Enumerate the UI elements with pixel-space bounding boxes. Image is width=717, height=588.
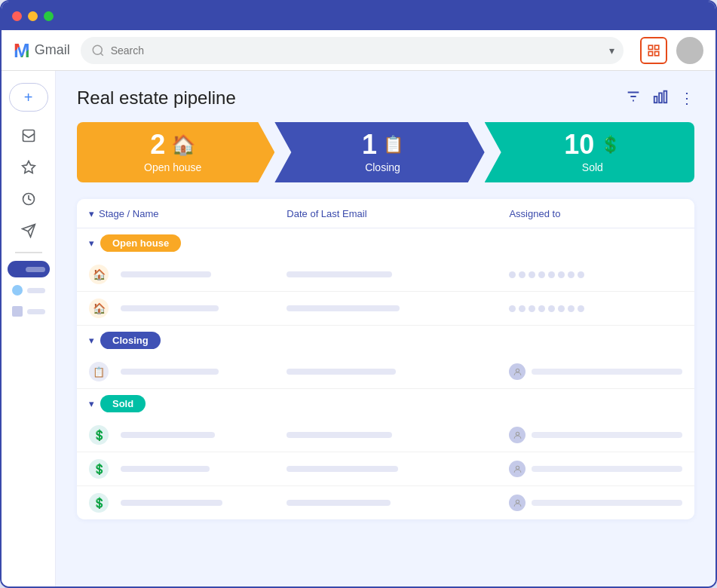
main-layout: + xyxy=(2,71,715,586)
row-stage-cell: 💲 xyxy=(89,459,286,479)
gmail-label: Gmail xyxy=(35,42,70,58)
table-row: 🏠 xyxy=(77,258,694,292)
stage-closing-count: 1 📋 xyxy=(362,131,403,158)
close-dot[interactable] xyxy=(12,11,22,21)
avatar-dot xyxy=(578,305,584,312)
sidebar-item-sent[interactable] xyxy=(13,217,44,244)
avatar-dot xyxy=(529,305,535,312)
table-header: ▾ Stage / Name Date of Last Email Assign… xyxy=(77,199,694,228)
table-row: 💲 xyxy=(77,486,694,519)
filter-icon[interactable] xyxy=(625,88,642,109)
row-email-placeholder xyxy=(286,432,392,438)
sidebar-item-3[interactable] xyxy=(8,303,50,320)
dollar-row-icon: 💲 xyxy=(89,493,109,513)
svg-rect-5 xyxy=(655,51,659,55)
row-email-cell xyxy=(286,369,509,375)
row-assigned-cell xyxy=(509,271,682,278)
svg-rect-3 xyxy=(655,45,659,49)
sidebar-item-label xyxy=(26,267,44,272)
col-email-name: Date of Last Email xyxy=(286,207,509,220)
avatar-dot xyxy=(538,305,545,312)
col-stage-name: ▾ Stage / Name xyxy=(89,208,286,219)
stage-sold-label: Sold xyxy=(582,161,603,173)
avatar-dot xyxy=(548,305,555,312)
compose-button[interactable]: + xyxy=(9,83,48,112)
square-icon xyxy=(12,306,23,317)
row-stage-cell: 💲 xyxy=(89,493,286,513)
header-actions: ⋮ xyxy=(625,88,694,109)
stage-sold[interactable]: 10 💲 Sold xyxy=(485,122,694,182)
avatar-dots xyxy=(509,305,682,312)
sidebar-item-starred[interactable] xyxy=(13,154,44,181)
group-chevron-closing[interactable]: ▾ xyxy=(89,335,94,346)
row-stage-cell: 📋 xyxy=(89,362,286,381)
grid-icon xyxy=(647,44,660,57)
stage-sold-count: 10 💲 xyxy=(564,131,620,158)
minimize-dot[interactable] xyxy=(28,11,38,21)
avatar-dot xyxy=(509,305,516,312)
stage-closing-label: Closing xyxy=(365,161,400,173)
row-name-placeholder xyxy=(121,271,211,277)
sidebar-item-inbox[interactable] xyxy=(13,122,44,149)
group-chevron-open-house[interactable]: ▾ xyxy=(89,237,94,249)
browser-window: M Gmail ▾ + xyxy=(0,0,717,588)
table-row: 💲 xyxy=(77,418,694,452)
svg-rect-15 xyxy=(659,93,662,103)
avatar-dot xyxy=(578,271,584,278)
pipeline-stages: 2 🏠 Open house 1 📋 Closing 10 💲 xyxy=(77,122,694,182)
sidebar-item-snoozed[interactable] xyxy=(13,185,44,213)
assigned-name-placeholder xyxy=(532,466,682,472)
sidebar-item-label-3 xyxy=(27,309,45,314)
group-badge-closing[interactable]: Closing xyxy=(100,332,161,349)
avatar-dot xyxy=(548,271,555,278)
svg-rect-14 xyxy=(654,96,657,103)
row-assigned-cell xyxy=(509,305,682,312)
sort-arrow-icon[interactable]: ▾ xyxy=(89,208,94,219)
search-bar[interactable]: ▾ xyxy=(81,37,624,64)
sidebar-item-active[interactable] xyxy=(8,261,50,277)
chevron-down-icon[interactable]: ▾ xyxy=(609,44,614,57)
sidebar-item-2[interactable] xyxy=(8,282,50,299)
chrome-bar: M Gmail ▾ xyxy=(2,30,715,71)
row-assigned-cell xyxy=(509,461,682,477)
row-assigned-cell xyxy=(509,495,682,511)
maximize-dot[interactable] xyxy=(44,11,54,21)
group-badge-open-house[interactable]: Open house xyxy=(100,234,181,252)
stage-closing[interactable]: 1 📋 Closing xyxy=(274,122,484,182)
row-email-cell xyxy=(286,500,509,506)
row-stage-cell: 🏠 xyxy=(89,265,286,284)
sidebar-item-label-2 xyxy=(27,288,45,293)
sidebar-divider xyxy=(15,252,42,253)
avatar-dot xyxy=(519,271,525,278)
col-stage-label: Stage / Name xyxy=(99,208,159,219)
group-badge-sold[interactable]: Sold xyxy=(100,395,146,412)
grid-view-button[interactable] xyxy=(640,37,667,64)
search-input[interactable] xyxy=(111,44,603,57)
sidebar: + xyxy=(2,71,56,586)
group-chevron-sold[interactable]: ▾ xyxy=(89,398,94,409)
active-dot-icon xyxy=(12,264,22,274)
assigned-avatar-icon xyxy=(509,495,525,511)
more-vert-icon[interactable]: ⋮ xyxy=(679,89,694,107)
assigned-name-placeholder xyxy=(532,432,682,438)
svg-line-1 xyxy=(100,53,103,55)
table-row: 📋 xyxy=(77,355,694,389)
content-area: Real estate pipeline ⋮ 2 🏠 xyxy=(56,71,715,586)
avatar-dot xyxy=(538,271,545,278)
page-header: Real estate pipeline ⋮ xyxy=(77,87,694,109)
user-avatar[interactable] xyxy=(676,37,703,64)
svg-point-20 xyxy=(516,500,519,503)
svg-point-0 xyxy=(93,45,102,54)
send-icon xyxy=(21,223,36,238)
row-name-placeholder xyxy=(121,466,210,472)
bar-chart-icon[interactable] xyxy=(652,88,669,109)
row-email-cell xyxy=(286,305,509,311)
group-open-house: ▾ Open house xyxy=(77,228,694,258)
gmail-logo: M Gmail xyxy=(14,41,70,60)
stage-open-house[interactable]: 2 🏠 Open house xyxy=(77,122,274,182)
group-sold: ▾ Sold xyxy=(77,389,694,418)
row-email-placeholder xyxy=(286,305,400,311)
row-email-placeholder xyxy=(286,369,396,375)
svg-marker-7 xyxy=(22,161,35,173)
house-row-icon: 🏠 xyxy=(89,299,109,318)
